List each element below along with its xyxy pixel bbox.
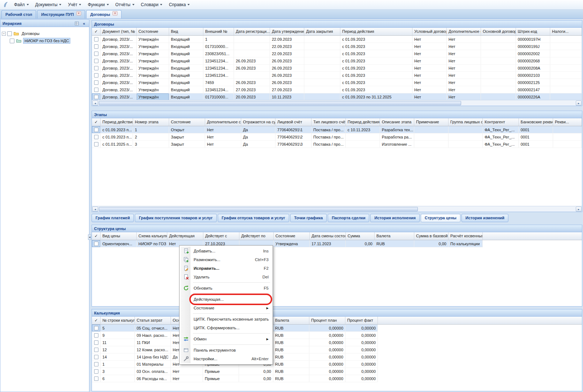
column-header[interactable]: Контрагент	[483, 118, 519, 126]
row-checkbox[interactable]	[94, 369, 98, 374]
context-menu-item[interactable]: Исправить...F2	[181, 264, 271, 273]
subtab[interactable]: График отпуска товаров и услуг	[218, 214, 289, 222]
column-header[interactable]: Действует с	[203, 232, 239, 240]
context-menu-item[interactable]: Размножить...Ctrl+F3	[181, 255, 271, 264]
table-row[interactable]: Договор, 2023/...УтверждёнВходящий745926…	[92, 79, 582, 86]
column-header[interactable]: Внешний №	[203, 28, 234, 35]
menubar-item[interactable]: Справка	[165, 1, 193, 9]
column-header[interactable]: Лицевой счёт	[275, 118, 312, 126]
table-row[interactable]: 606 Расходы на...НетПрямые0,00RUB0,00000…	[92, 375, 378, 382]
tree-node-label[interactable]: НИОКР по ГОЗ без НДС	[23, 38, 70, 44]
column-header[interactable]: Период действия ...	[101, 118, 133, 126]
table-row[interactable]: Договор, 2023/...УтверждёнВходящий123451…	[92, 57, 582, 65]
column-header[interactable]: Примечание	[414, 118, 449, 126]
row-checkbox[interactable]	[94, 333, 98, 338]
tree-node-checkbox[interactable]	[10, 39, 14, 43]
context-menu-item[interactable]: Панель инструментов	[181, 346, 271, 354]
table-row[interactable]: Договор, 2023/...УтверждёнВходящий123451…	[92, 86, 582, 93]
close-icon[interactable]: ✕	[112, 11, 118, 16]
tree-node-contracts[interactable]: Договоры	[2, 30, 88, 37]
collapse-sidebar-icon[interactable]: «	[81, 21, 87, 26]
column-header[interactable]: Состояние	[274, 232, 310, 240]
tree-node-label[interactable]: Договоры	[21, 31, 40, 36]
column-header[interactable]: Состояние	[169, 118, 205, 126]
column-header[interactable]: Расчёт косвенных	[449, 232, 483, 240]
table-row[interactable]: Договор, 2023/...УтверждёнВходящий017310…	[92, 43, 582, 50]
scrollbar-thumb[interactable]	[99, 207, 418, 211]
row-checkbox[interactable]	[94, 80, 98, 85]
table-row[interactable]: Договор, 2023/...УтверждёнВходящий123451…	[92, 72, 582, 79]
row-checkbox[interactable]	[94, 95, 98, 99]
context-menu-item[interactable]: ОбновитьF5	[181, 284, 271, 292]
column-header[interactable]: Сумма	[346, 232, 375, 240]
column-header[interactable]: ✓	[92, 317, 101, 324]
row-checkbox[interactable]	[94, 142, 98, 146]
column-header[interactable]: Процент факт	[345, 317, 378, 324]
table-row[interactable]: 303 Осн. оплата...НетПрямые0,00RUB0,0000…	[92, 368, 378, 375]
column-header[interactable]: Тип лицевого счёт	[312, 118, 346, 126]
context-menu-item[interactable]: Действующая...	[181, 295, 271, 304]
row-checkbox[interactable]	[94, 59, 98, 63]
scrollbar-thumb[interactable]	[99, 101, 461, 105]
column-header[interactable]: Период действия	[340, 28, 412, 35]
column-header[interactable]: Период действия л	[346, 118, 380, 126]
column-header[interactable]: Сумма в базовой в	[414, 232, 449, 240]
column-header[interactable]: Номер этапа	[133, 118, 169, 126]
hierarchy-table-view-icon[interactable]	[74, 21, 80, 26]
close-icon[interactable]: ✕	[76, 11, 81, 16]
column-header[interactable]: Дата закрытия	[304, 28, 340, 35]
column-header[interactable]: Статья затрат	[135, 317, 171, 324]
column-header[interactable]: Описание этапа	[380, 118, 414, 126]
tree-node-checkbox[interactable]	[7, 31, 12, 36]
subtab[interactable]: Паспорта сделки	[328, 214, 369, 222]
row-checkbox[interactable]	[94, 135, 98, 139]
column-header[interactable]: Дата смены состоя	[310, 232, 346, 240]
column-header[interactable]: Отражается на су	[241, 118, 275, 126]
column-header[interactable]: Схема калькуляци	[137, 232, 167, 240]
menubar-item[interactable]: Функции	[84, 1, 112, 9]
tree-expander-icon[interactable]	[2, 32, 6, 36]
menubar-item[interactable]: Словари	[138, 1, 166, 9]
menubar-item[interactable]: Файл	[11, 1, 32, 9]
subtab[interactable]: История изменений	[461, 214, 508, 222]
table-row[interactable]: Договор, 2023/...УтверждёнВходящий123451…	[92, 65, 582, 72]
context-menu-item[interactable]: ЦИТК. Пересчитать косвенные затраты...	[181, 315, 271, 323]
row-checkbox[interactable]	[94, 128, 98, 132]
column-header[interactable]: Основной договор	[481, 28, 516, 35]
column-header[interactable]: Действующая	[167, 232, 203, 240]
menubar-item[interactable]: Отчёты	[112, 1, 138, 9]
menubar-item[interactable]: Учёт	[65, 1, 84, 9]
row-checkbox[interactable]	[94, 376, 98, 381]
column-header[interactable]: № строки калькул	[101, 317, 135, 324]
scroll-left-icon[interactable]: ◄	[92, 101, 98, 106]
tree-node-niokr[interactable]: НИОКР по ГОЗ без НДС	[2, 37, 88, 44]
scroll-right-icon[interactable]: ►	[576, 101, 582, 106]
subtab[interactable]: История исполнения	[370, 214, 420, 222]
row-checkbox[interactable]	[94, 340, 98, 345]
row-checkbox[interactable]	[94, 348, 98, 352]
column-header[interactable]: Действует по	[239, 232, 274, 240]
column-header[interactable]: Рекви...	[553, 118, 582, 126]
subtab[interactable]: График платежей	[92, 214, 134, 222]
stages-h-scrollbar[interactable]: ◄ ►	[92, 206, 582, 212]
scroll-right-icon[interactable]: ►	[576, 207, 582, 212]
column-header[interactable]: Дополнительное с	[205, 118, 241, 126]
column-header[interactable]: Налоги...	[550, 28, 582, 35]
context-menu-item[interactable]: Настройки...Alt+Enter	[181, 354, 271, 363]
column-header[interactable]: ✓	[92, 232, 101, 240]
table-row[interactable]: Договор, 2023/...УтверждёнВходящий230823…	[92, 50, 582, 57]
row-checkbox[interactable]	[94, 355, 98, 359]
row-checkbox[interactable]	[94, 66, 98, 70]
menubar-item[interactable]: Документы	[32, 1, 65, 9]
workspace-tab[interactable]: Инструкции ПУП✕	[37, 10, 85, 18]
collapse-grid-arrow[interactable]: ◄	[88, 234, 91, 240]
table-row[interactable]: Договор, 2023/...УтверждёнВходящий017310…	[92, 93, 582, 100]
subtab[interactable]: График поступления товаров и услуг	[135, 214, 216, 222]
column-header[interactable]: Валюта	[273, 317, 309, 324]
table-row[interactable]: Ориентировоч...НИОКР по ГОЗ ...Нет27.10.…	[92, 240, 483, 247]
context-menu-item[interactable]: Состояние▶	[181, 304, 271, 312]
column-header[interactable]: Дата регистраци...	[234, 28, 270, 35]
column-header[interactable]: Состояние	[137, 28, 169, 35]
column-header[interactable]: Валюта	[375, 232, 414, 240]
table-row[interactable]: с 01.09.2023 п...1ОткрытНетДа7706406291\…	[92, 126, 582, 133]
